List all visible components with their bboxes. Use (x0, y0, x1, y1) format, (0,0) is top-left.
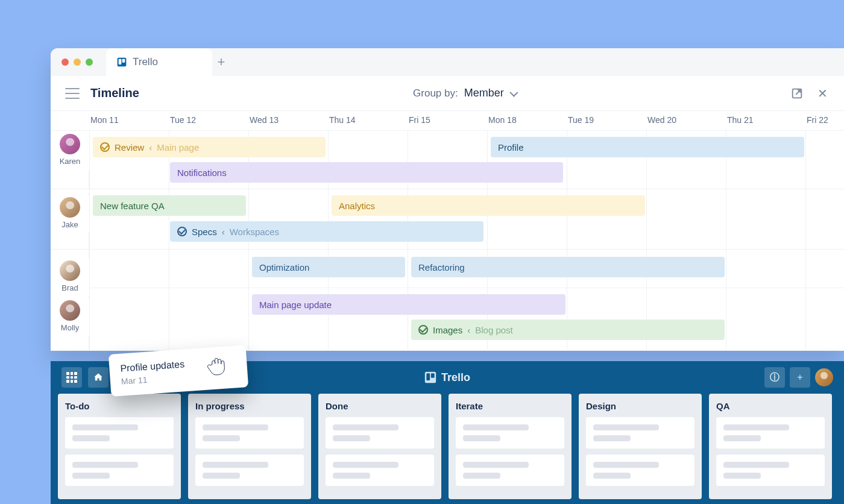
list-card[interactable] (195, 455, 304, 486)
member-molly: Molly (51, 298, 89, 336)
avatar-brad (60, 260, 80, 281)
member-name: Molly (51, 323, 89, 332)
board-list-done[interactable]: Done (318, 394, 441, 499)
list-title: Design (586, 401, 694, 411)
list-title: To-do (65, 401, 174, 411)
board-lists: To-do In progress Done Iterate Design (51, 394, 844, 499)
open-external-button[interactable] (790, 86, 804, 101)
date-header: Mon 11 (89, 115, 169, 125)
window-controls (61, 58, 93, 66)
user-avatar[interactable] (815, 368, 833, 386)
task-bar-new-feature-qa[interactable]: New feature QA (93, 195, 246, 216)
list-card[interactable] (716, 417, 825, 449)
date-header: Wed 20 (646, 115, 726, 125)
member-name: Brad (51, 283, 89, 292)
date-header: Thu 14 (328, 115, 408, 125)
menu-icon[interactable] (65, 88, 80, 99)
list-title: Done (326, 401, 434, 411)
timeline-row: Images ‹ Blog post (51, 317, 844, 351)
member-karen: Karen (51, 131, 89, 169)
task-title: Optimization (259, 262, 309, 272)
window-close-button[interactable] (61, 58, 69, 66)
date-header: Fri 15 (408, 115, 487, 125)
group-by-value: Member (464, 87, 504, 99)
grab-cursor-icon (204, 352, 230, 378)
board-list-qa[interactable]: QA (709, 394, 832, 499)
list-card[interactable] (195, 417, 304, 449)
member-name: Karen (51, 157, 89, 166)
list-card[interactable] (586, 417, 694, 449)
apps-button[interactable] (61, 367, 82, 388)
trello-icon (117, 57, 127, 67)
task-title: Specs (192, 227, 217, 237)
list-card[interactable] (65, 417, 174, 449)
chevron-left-icon: ‹ (467, 325, 470, 335)
member-jake: Jake (51, 195, 89, 233)
browser-window: Trello + Timeline Group by: Member ✕ Mon… (51, 48, 844, 351)
home-button[interactable] (88, 367, 109, 388)
check-icon (418, 325, 428, 335)
window-zoom-button[interactable] (86, 58, 93, 66)
board-list-todo[interactable]: To-do (58, 394, 181, 499)
timeline-row: Main page update (51, 288, 844, 317)
task-title: Notifications (177, 168, 227, 178)
page-toolbar: Timeline Group by: Member ✕ (51, 76, 844, 111)
svg-rect-5 (426, 373, 430, 380)
task-bar-review[interactable]: Review ‹ Main page (93, 137, 326, 157)
board-list-in-progress[interactable]: In progress (188, 394, 311, 499)
task-bar-notifications[interactable]: Notifications (170, 162, 563, 183)
list-card[interactable] (65, 455, 174, 486)
task-bar-images[interactable]: Images ‹ Blog post (411, 320, 725, 340)
list-card[interactable] (326, 417, 434, 449)
add-button[interactable]: + (790, 367, 810, 388)
trello-icon (424, 371, 436, 383)
group-by-selector[interactable]: Group by: Member (413, 87, 516, 99)
task-title: Refactoring (418, 262, 465, 272)
timeline-row: Review ‹ Main page Profile (51, 130, 844, 160)
info-button[interactable]: ⓘ (764, 367, 785, 388)
group-by-label: Group by: (413, 87, 458, 99)
task-subtext: Main page (157, 142, 199, 153)
list-card[interactable] (456, 455, 564, 486)
new-tab-button[interactable]: + (212, 48, 230, 76)
timeline-row: Notifications (51, 160, 844, 189)
list-card[interactable] (586, 455, 694, 486)
list-title: In progress (195, 401, 304, 411)
list-title: Iterate (456, 401, 564, 411)
timeline-row: Optimization Refactoring (51, 249, 844, 288)
task-title: Main page update (259, 300, 332, 310)
task-title: Images (433, 325, 462, 335)
check-icon (177, 227, 187, 236)
list-title: QA (716, 401, 825, 411)
task-title: New feature QA (100, 201, 165, 211)
date-header: Mon 18 (487, 115, 567, 125)
chevron-left-icon: ‹ (222, 227, 225, 237)
member-name: Jake (51, 220, 89, 229)
timeline-view: Mon 11 Tue 12 Wed 13 Thu 14 Fri 15 Mon 1… (51, 111, 844, 351)
browser-tab-title: Trello (133, 56, 158, 68)
task-title: Review (115, 142, 144, 153)
timeline-row: Specs ‹ Workspaces (51, 219, 844, 249)
close-panel-button[interactable]: ✕ (815, 86, 830, 101)
task-bar-refactoring[interactable]: Refactoring (411, 257, 725, 277)
avatar-molly (60, 300, 80, 321)
avatar-jake (60, 197, 80, 218)
timeline-row: New feature QA Analytics (51, 189, 844, 219)
task-bar-specs[interactable]: Specs ‹ Workspaces (170, 221, 483, 242)
task-bar-main-page-update[interactable]: Main page update (252, 294, 565, 315)
task-bar-profile[interactable]: Profile (491, 137, 804, 157)
date-header: Thu 21 (726, 115, 805, 125)
svg-rect-6 (431, 373, 435, 378)
task-bar-analytics[interactable]: Analytics (332, 195, 645, 216)
list-card[interactable] (456, 417, 564, 449)
window-minimize-button[interactable] (74, 58, 81, 66)
page-title: Timeline (90, 86, 139, 100)
board-list-iterate[interactable]: Iterate (449, 394, 572, 499)
date-header-row: Mon 11 Tue 12 Wed 13 Thu 14 Fri 15 Mon 1… (51, 111, 844, 130)
list-card[interactable] (716, 455, 825, 486)
task-bar-optimization[interactable]: Optimization (252, 257, 405, 277)
browser-tab-trello[interactable]: Trello (106, 48, 212, 76)
list-card[interactable] (326, 455, 434, 486)
board-list-design[interactable]: Design (579, 394, 702, 499)
task-title: Analytics (339, 201, 375, 211)
